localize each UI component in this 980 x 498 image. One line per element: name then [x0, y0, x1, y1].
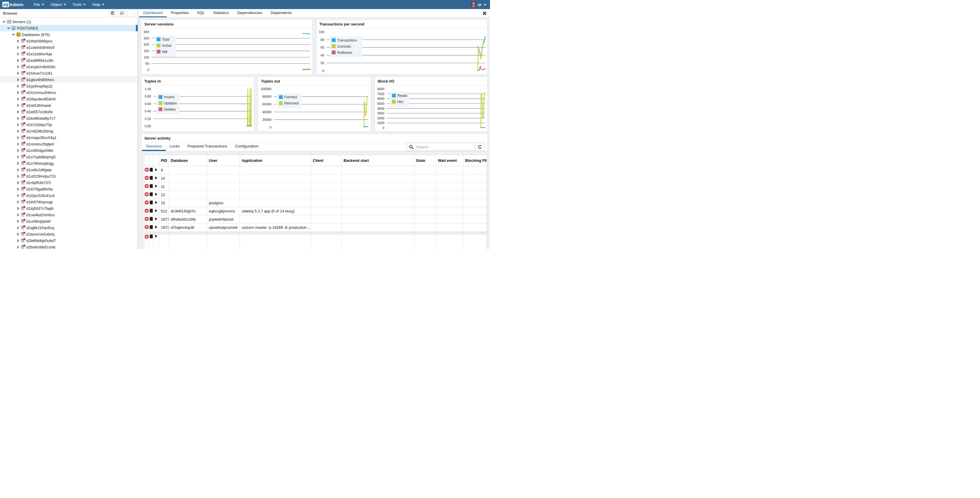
- tree-item-database[interactable]: d2avnn1e0u6ohj: [0, 231, 138, 237]
- tree-item-database[interactable]: d2bobm8k81chib: [0, 244, 138, 249]
- chevron-right-icon[interactable]: [16, 52, 20, 56]
- expand-row-button[interactable]: [154, 215, 159, 224]
- chevron-right-icon[interactable]: [16, 226, 20, 229]
- expand-row-button[interactable]: [154, 182, 159, 191]
- close-icon[interactable]: [479, 9, 490, 17]
- chevron-right-icon[interactable]: [16, 40, 20, 43]
- refresh-button[interactable]: [475, 143, 485, 151]
- tree-item-database[interactable]: d1h2vmsu2h8nvc: [0, 89, 138, 96]
- tree-item-server-postgres[interactable]: POSTGRES: [0, 25, 138, 31]
- chevron-right-icon[interactable]: [16, 213, 20, 217]
- user-menu[interactable]: ajr: [471, 2, 487, 7]
- cancel-session-button[interactable]: [145, 207, 149, 215]
- chevron-down-icon[interactable]: [2, 20, 6, 24]
- chevron-right-icon[interactable]: [16, 59, 20, 62]
- view-data-button[interactable]: [118, 10, 126, 17]
- tree-item-servers[interactable]: Servers (1): [0, 18, 138, 25]
- chevron-right-icon[interactable]: [16, 162, 20, 165]
- cancel-session-button[interactable]: [145, 174, 149, 182]
- terminate-session-button[interactable]: [149, 199, 154, 207]
- tree-item-database[interactable]: d1fshve71r1i81: [0, 70, 138, 76]
- chevron-right-icon[interactable]: [16, 239, 20, 242]
- menu-object[interactable]: Object: [48, 0, 69, 9]
- chevron-right-icon[interactable]: [16, 123, 20, 127]
- cancel-session-button[interactable]: [145, 224, 149, 232]
- search-input[interactable]: [416, 145, 475, 149]
- chevron-right-icon[interactable]: [16, 136, 20, 139]
- tree-item-database[interactable]: d1gvthvq4tqu2j: [0, 83, 138, 89]
- tree-item-database[interactable]: d1th574lnpnogt: [0, 199, 138, 205]
- tab-statistics[interactable]: Statistics: [209, 9, 233, 17]
- tree-item-database[interactable]: d1i9qudec85dm6: [0, 96, 138, 102]
- tree-item-database[interactable]: d1tq5937c7bg6i: [0, 205, 138, 211]
- tree-item-database[interactable]: d1li102bbjs70p: [0, 121, 138, 128]
- chevron-right-icon[interactable]: [16, 149, 20, 152]
- cancel-session-button[interactable]: [145, 215, 149, 224]
- chevron-right-icon[interactable]: [16, 78, 20, 81]
- terminate-session-button[interactable]: [149, 174, 154, 182]
- cancel-session-button[interactable]: [145, 235, 149, 249]
- activity-tab-sessions[interactable]: Sessions: [142, 143, 166, 151]
- tree-item-database[interactable]: d1t2pc328c41u4: [0, 192, 138, 199]
- tree-item-database[interactable]: d1ua4kd2rtm6so: [0, 211, 138, 218]
- chevron-down-icon[interactable]: [11, 33, 15, 36]
- tree-item-database[interactable]: d2aj8k115an9sq: [0, 224, 138, 231]
- terminate-session-button[interactable]: [149, 207, 154, 215]
- tree-item-database[interactable]: d1ed8f69a1u3ls: [0, 57, 138, 63]
- chevron-right-icon[interactable]: [16, 233, 20, 236]
- chevron-right-icon[interactable]: [16, 194, 20, 197]
- terminate-session-button[interactable]: [149, 191, 154, 199]
- chevron-right-icon[interactable]: [16, 72, 20, 75]
- chevron-right-icon[interactable]: [16, 117, 20, 120]
- chevron-right-icon[interactable]: [16, 91, 20, 94]
- tree-item-database[interactable]: d1of229m4pu731: [0, 173, 138, 179]
- chevron-right-icon[interactable]: [16, 104, 20, 107]
- menu-file[interactable]: File: [30, 0, 48, 9]
- cancel-session-button[interactable]: [145, 166, 149, 174]
- tree-item-database[interactable]: d2b69d4qk0ubd7: [0, 237, 138, 244]
- chevron-right-icon[interactable]: [16, 200, 20, 204]
- terminate-session-button[interactable]: [149, 166, 154, 174]
- expand-row-button[interactable]: [154, 191, 159, 199]
- chevron-right-icon[interactable]: [16, 220, 20, 223]
- chevron-right-icon[interactable]: [16, 143, 20, 146]
- menu-help[interactable]: Help: [89, 0, 108, 9]
- menu-tools[interactable]: Tools: [69, 0, 89, 9]
- query-tool-button[interactable]: [109, 10, 116, 17]
- terminate-session-button[interactable]: [149, 235, 154, 249]
- tree-item-database[interactable]: d1t079ga8tfv9a: [0, 186, 138, 192]
- activity-tab-locks[interactable]: Locks: [166, 143, 184, 151]
- expand-row-button[interactable]: [154, 207, 159, 215]
- expand-row-button[interactable]: [154, 166, 159, 174]
- chevron-right-icon[interactable]: [16, 84, 20, 88]
- tree-item-database[interactable]: d1iaf1dh0saok: [0, 102, 138, 109]
- cancel-session-button[interactable]: [145, 182, 149, 191]
- tree-item-database[interactable]: d1ml934goi08kt: [0, 147, 138, 154]
- expand-row-button[interactable]: [154, 235, 159, 249]
- tree-item-database[interactable]: d1gisv4h80hhos: [0, 76, 138, 83]
- tree-item-database[interactable]: d1r9pf53b737t: [0, 179, 138, 186]
- activity-tab-configuration[interactable]: Configuration: [231, 143, 262, 151]
- chevron-right-icon[interactable]: [16, 97, 20, 101]
- tree-item-database[interactable]: d1o76hresjdngg: [0, 160, 138, 167]
- tree-item-database[interactable]: d1ur9bojrjkddf: [0, 218, 138, 224]
- tree-item-databases[interactable]: Databases (675): [0, 31, 138, 38]
- cancel-session-button[interactable]: [145, 191, 149, 199]
- tree-item-database[interactable]: d1o7cpbt6kqmg0: [0, 154, 138, 160]
- chevron-right-icon[interactable]: [16, 168, 20, 171]
- chevron-right-icon[interactable]: [16, 207, 20, 210]
- tab-sql[interactable]: SQL: [193, 9, 209, 17]
- tree-item-database[interactable]: d1cde8408rk6v5: [0, 44, 138, 51]
- tree-item-database[interactable]: d1m62ll62f3lmg: [0, 128, 138, 134]
- cancel-session-button[interactable]: [145, 199, 149, 207]
- chevron-right-icon[interactable]: [16, 110, 20, 114]
- tree-item-database[interactable]: d1ie557cc8lo9v: [0, 109, 138, 115]
- chevron-right-icon[interactable]: [16, 65, 20, 68]
- tab-dependents[interactable]: Dependents: [267, 9, 296, 17]
- chevron-down-icon[interactable]: [6, 27, 11, 30]
- chevron-right-icon[interactable]: [16, 175, 20, 178]
- expand-row-button[interactable]: [154, 224, 159, 232]
- terminate-session-button[interactable]: [149, 224, 154, 232]
- tree-item-database[interactable]: d1mc4ov26qlje0: [0, 141, 138, 147]
- terminate-session-button[interactable]: [149, 215, 154, 224]
